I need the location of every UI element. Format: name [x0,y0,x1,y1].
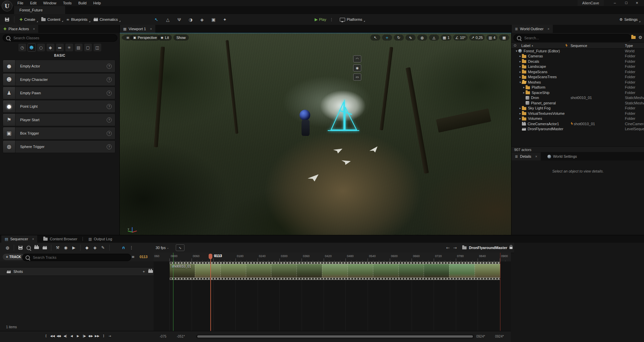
menu-tools[interactable]: Tools [60,0,75,6]
scale-snap[interactable]: ↗0,25 [469,35,485,41]
type-column-header[interactable]: Type [625,44,633,48]
expander-icon[interactable]: ▸ [519,54,522,58]
perspective-button[interactable]: ▣Perspective [130,35,160,41]
outliner-search[interactable] [514,34,631,42]
level-tab[interactable]: Forest_Future [14,6,65,14]
add-camera-icon[interactable] [148,270,153,273]
keyframe-options-button[interactable]: ◆ [83,244,91,251]
expander-icon[interactable]: ▸ [519,65,522,68]
content-button[interactable]: Content [38,16,63,22]
minimize-button[interactable]: – [610,0,620,6]
move-tool-icon[interactable]: + [382,35,392,41]
outliner-row-landscape[interactable]: ▸LandscapeFolder [512,64,644,69]
save-button[interactable] [2,16,12,22]
tab-world-settings[interactable]: World Settings [544,152,580,160]
forward-icon[interactable]: → [453,245,457,250]
set-start-time-button[interactable]: [ [44,333,49,339]
platforms-button[interactable]: Platforms [337,16,365,22]
expander-icon[interactable]: ▸ [522,86,526,89]
blueprints-button[interactable]: ∞Blueprints [63,16,91,23]
expander-icon[interactable]: ▸ [519,117,522,120]
place-actor-point-light[interactable]: ●Point Light? [3,100,115,113]
actions-button[interactable]: ⚒ [54,244,62,251]
outliner-row-forest-future-editor-[interactable]: ▾Forest_Future (Editor)World [512,48,644,54]
world-options-button[interactable]: ◍ [3,244,11,251]
tab-viewport-1[interactable]: ▦ Viewport 1 × [120,25,155,33]
step-forward-button[interactable]: |▶ [82,333,87,339]
save-sequence-button[interactable] [16,244,24,251]
step-back-button[interactable]: ◀| [63,333,68,339]
tab-output-log[interactable]: ▥ Output Log [85,235,115,243]
outliner-row-dron[interactable]: Dronshot0010_01StaticMeshActor [512,95,644,101]
sequence-column-header[interactable]: Sequence [571,44,587,48]
label-column-header[interactable]: Label [521,44,530,48]
fracture-mode-icon[interactable]: ◈ [199,16,205,23]
outliner-settings-gear-icon[interactable]: ⚙ [638,35,642,40]
more-options-button[interactable]: ⋮ [127,244,136,251]
playback-options-button[interactable]: ▶ [70,244,78,251]
category-volumes-icon[interactable]: ▢ [84,44,92,51]
add-track-button[interactable]: + TRACK [3,254,24,260]
close-icon[interactable]: × [535,155,537,158]
place-actors-search[interactable] [3,34,117,42]
close-icon[interactable]: × [547,27,549,31]
playback-end-marker[interactable] [500,253,500,331]
category-all-classes-icon[interactable]: ◫ [94,44,101,51]
current-frame-value[interactable]: 0113 [140,255,148,259]
expander-icon[interactable]: ▸ [522,91,526,94]
close-icon[interactable]: × [32,237,34,241]
category-visual-effects-icon[interactable]: ✳ [65,44,73,51]
place-actor-empty-pawn[interactable]: ♟Empty Pawn? [3,87,115,99]
viewport-layout-icon[interactable]: ▦ [499,35,509,41]
previous-key-button[interactable]: ◀◆ [56,333,61,339]
tab-content-browser[interactable]: Content Browser [40,235,80,243]
category-shapes-icon[interactable]: ◆ [47,44,54,51]
auto-keyframe-button[interactable]: ◈ [91,244,99,251]
next-key-button[interactable]: ◆▶ [88,333,93,339]
playhead-marker[interactable] [209,254,212,259]
camera-speed[interactable]: ▥4 [486,35,497,41]
grid-snap[interactable]: ▦1 [441,35,452,41]
restore-button[interactable]: ▢ [621,0,631,6]
outliner-search-input[interactable] [524,36,628,40]
working-range-start[interactable]: -051* [177,335,185,338]
tab-place-actors[interactable]: ✚ Place Actors × [0,25,38,33]
category-recently-placed-icon[interactable]: ◷ [18,44,26,51]
playback-mode-button[interactable]: → [107,333,112,339]
scrollbar-thumb[interactable] [197,335,473,338]
search-tracks-input[interactable] [32,255,128,260]
category-lights-icon[interactable]: ○ [37,44,45,51]
filter-icon[interactable]: ≡ [131,255,135,259]
creature-actor[interactable] [300,110,310,120]
view-range-start[interactable]: -075 [160,335,166,338]
outliner-row-cinecameraactor1[interactable]: CineCameraActor1ϟshot0010_01CineCameraAc… [512,121,644,127]
expander-icon[interactable]: ▸ [519,75,522,79]
close-button[interactable]: × [632,0,642,6]
world-space-toggle-icon[interactable]: ◍ [417,35,427,41]
menu-file[interactable]: File [14,0,27,6]
select-mode-icon[interactable]: ↖ [153,16,160,23]
find-in-content-browser-button[interactable] [24,244,33,251]
jump-to-front-button[interactable]: ◀◀ [50,333,55,339]
menu-help[interactable]: Help [90,0,104,6]
edit-options-button[interactable]: ✎ [99,244,107,251]
menu-build[interactable]: Build [75,0,90,6]
cinematics-button[interactable]: Cinematics [91,16,121,22]
shots-track[interactable]: Shots + [0,267,160,276]
place-actor-empty-actor[interactable]: ●Empty Actor? [3,60,115,72]
lit-button[interactable]: ◉Lit [158,35,172,41]
settings-button[interactable]: ⚙Settings [616,16,641,23]
play-label[interactable]: Play [319,17,326,21]
create-camera-button[interactable] [33,244,41,251]
menu-edit[interactable]: Edit [27,0,40,6]
create-button[interactable]: ✚Create [16,16,38,23]
close-icon[interactable]: × [150,27,152,31]
place-actor-player-start[interactable]: ⚑Player Start? [3,113,115,126]
track-search[interactable] [22,254,131,261]
expander-icon[interactable]: ▸ [519,60,522,63]
add-shot-icon[interactable]: + [143,270,145,274]
timeline-ruler[interactable]: 0600000006001200180024003000360042004800… [154,253,511,262]
sort-ascending-icon[interactable]: ▴ [532,44,533,47]
expander-icon[interactable]: ▸ [519,70,522,74]
working-range-end[interactable]: 0924* [476,335,485,338]
